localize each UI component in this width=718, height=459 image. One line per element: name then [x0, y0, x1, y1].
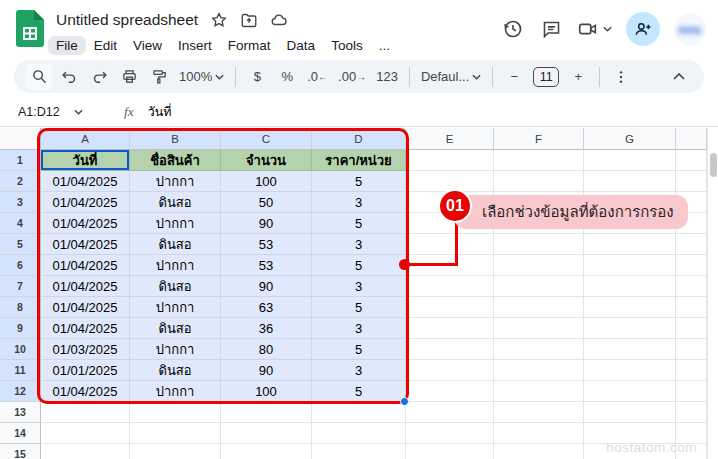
font-select[interactable]: Defaul... [418, 64, 484, 90]
cell-F14[interactable] [494, 423, 584, 444]
print-icon[interactable] [116, 64, 142, 90]
cell-E1[interactable] [406, 150, 494, 171]
cell-F2[interactable] [494, 171, 584, 192]
cell-A13[interactable] [41, 402, 130, 423]
column-header-C[interactable]: C [221, 128, 312, 150]
column-header-partial[interactable] [676, 128, 707, 150]
cell-C11[interactable]: 90 [221, 360, 312, 381]
column-header-E[interactable]: E [406, 128, 494, 150]
cell-D15[interactable] [312, 444, 406, 459]
cell-D8[interactable]: 5 [312, 297, 406, 318]
star-icon[interactable] [210, 11, 228, 29]
cell-C10[interactable]: 80 [221, 339, 312, 360]
cell-H2[interactable] [676, 171, 707, 192]
cell-B12[interactable]: ปากกา [130, 381, 221, 402]
cell-D5[interactable]: 3 [312, 234, 406, 255]
cell-G6[interactable] [584, 255, 676, 276]
row-header-14[interactable]: 14 [0, 423, 41, 444]
cell-B14[interactable] [130, 423, 221, 444]
cell-A11[interactable]: 01/01/2025 [41, 360, 130, 381]
cell-D7[interactable]: 3 [312, 276, 406, 297]
cell-A7[interactable]: 01/04/2025 [41, 276, 130, 297]
cell-D12[interactable]: 5 [312, 381, 406, 402]
cell-E12[interactable] [406, 381, 494, 402]
sheets-logo-icon[interactable] [16, 10, 44, 47]
cell-A3[interactable]: 01/04/2025 [41, 192, 130, 213]
name-box[interactable]: A1:D12 [18, 105, 110, 119]
cell-C15[interactable] [221, 444, 312, 459]
paint-format-icon[interactable] [146, 64, 172, 90]
meet-video-button[interactable] [577, 18, 612, 40]
scrollbar-thumb[interactable] [710, 153, 717, 177]
cell-C6[interactable]: 53 [221, 255, 312, 276]
cell-A14[interactable] [41, 423, 130, 444]
cell-G8[interactable] [584, 297, 676, 318]
format-currency-button[interactable]: $ [244, 64, 270, 90]
cell-C12[interactable]: 100 [221, 381, 312, 402]
cell-D2[interactable]: 5 [312, 171, 406, 192]
cell-G12[interactable] [584, 381, 676, 402]
cell-E9[interactable] [406, 318, 494, 339]
row-header-13[interactable]: 13 [0, 402, 41, 423]
format-percent-button[interactable]: % [274, 64, 300, 90]
cell-B9[interactable]: ดินสอ [130, 318, 221, 339]
cloud-status-icon[interactable] [270, 11, 288, 29]
cell-B2[interactable]: ปากกา [130, 171, 221, 192]
cell-H9[interactable] [676, 318, 707, 339]
decrease-font-size-button[interactable]: − [501, 64, 527, 90]
row-header-2[interactable]: 2 [0, 171, 41, 192]
cell-E10[interactable] [406, 339, 494, 360]
cell-E11[interactable] [406, 360, 494, 381]
cell-A9[interactable]: 01/04/2025 [41, 318, 130, 339]
search-icon[interactable] [26, 64, 52, 90]
doc-title[interactable]: Untitled spreadsheet [56, 11, 198, 29]
zoom-select[interactable]: 100% [176, 64, 227, 90]
menu-item-more[interactable]: ... [371, 36, 398, 55]
cell-F10[interactable] [494, 339, 584, 360]
cell-A12[interactable]: 01/04/2025 [41, 381, 130, 402]
cell-B4[interactable]: ปากกา [130, 213, 221, 234]
cell-B6[interactable]: ปากกา [130, 255, 221, 276]
row-header-10[interactable]: 10 [0, 339, 41, 360]
column-header-G[interactable]: G [584, 128, 676, 150]
account-avatar[interactable]: nns [674, 13, 706, 45]
redo-icon[interactable] [86, 64, 112, 90]
cell-B8[interactable]: ปากกา [130, 297, 221, 318]
select-all-corner[interactable] [0, 128, 41, 150]
cell-B13[interactable] [130, 402, 221, 423]
row-header-11[interactable]: 11 [0, 360, 41, 381]
cell-F15[interactable] [494, 444, 584, 459]
cell-C3[interactable]: 50 [221, 192, 312, 213]
cell-E13[interactable] [406, 402, 494, 423]
row-header-4[interactable]: 4 [0, 213, 41, 234]
cell-F12[interactable] [494, 381, 584, 402]
row-header-7[interactable]: 7 [0, 276, 41, 297]
column-header-B[interactable]: B [130, 128, 221, 150]
font-size-input[interactable]: 11 [533, 67, 559, 87]
undo-icon[interactable] [56, 64, 82, 90]
menu-item-tools[interactable]: Tools [323, 36, 371, 55]
cell-G1[interactable] [584, 150, 676, 171]
row-header-12[interactable]: 12 [0, 381, 41, 402]
vertical-scrollbar[interactable] [707, 128, 718, 459]
cell-D13[interactable] [312, 402, 406, 423]
cell-B3[interactable]: ดินสอ [130, 192, 221, 213]
cell-C1[interactable]: จำนวน [221, 150, 312, 171]
cell-C14[interactable] [221, 423, 312, 444]
menu-item-insert[interactable]: Insert [170, 36, 220, 55]
row-header-6[interactable]: 6 [0, 255, 41, 276]
cell-D4[interactable]: 5 [312, 213, 406, 234]
cell-E7[interactable] [406, 276, 494, 297]
cell-E14[interactable] [406, 423, 494, 444]
cell-B5[interactable]: ดินสอ [130, 234, 221, 255]
number-format-button[interactable]: 123 [373, 64, 401, 90]
cell-D6[interactable]: 5 [312, 255, 406, 276]
share-button[interactable] [626, 12, 660, 46]
cell-D11[interactable]: 3 [312, 360, 406, 381]
cell-H12[interactable] [676, 381, 707, 402]
cell-H8[interactable] [676, 297, 707, 318]
cell-F7[interactable] [494, 276, 584, 297]
cell-H5[interactable] [676, 234, 707, 255]
cell-A10[interactable]: 01/03/2025 [41, 339, 130, 360]
cell-H11[interactable] [676, 360, 707, 381]
